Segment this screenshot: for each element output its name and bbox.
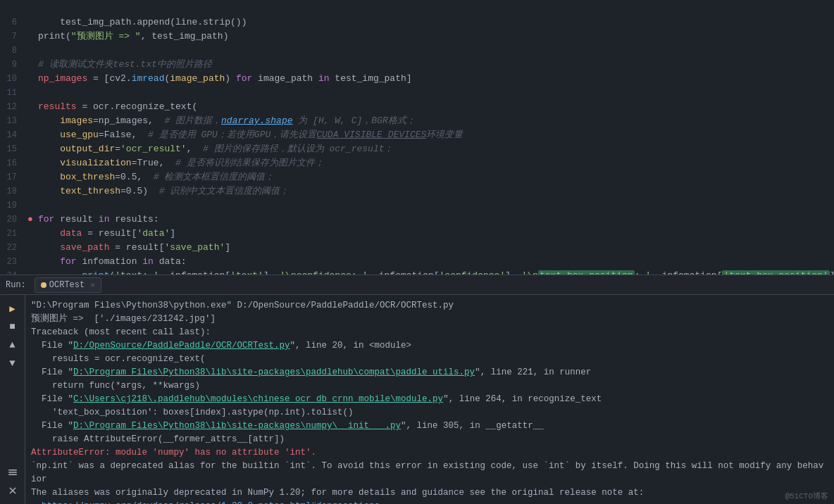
output-line-2: 预测图片 => ['./images/231242.jpg'] bbox=[31, 313, 828, 326]
output-link-3[interactable]: C:\Users\cj218\.paddlehub\modules\chines… bbox=[73, 394, 443, 404]
scroll-up-button[interactable]: ▲ bbox=[5, 337, 20, 353]
code-line: 11 bbox=[0, 86, 834, 100]
code-line: 10 np_images = [cv2.imread(image_path) f… bbox=[0, 72, 834, 86]
gutter-breakpoint: ● bbox=[25, 213, 35, 227]
code-line: 23 for infomation in data: bbox=[0, 255, 834, 269]
output-line-12: `np.int` was a deprecated alias for the … bbox=[31, 460, 828, 486]
scroll-down-button[interactable]: ▼ bbox=[5, 355, 20, 371]
settings-button[interactable] bbox=[5, 465, 20, 480]
close-panel-button[interactable] bbox=[5, 483, 20, 498]
run-sidebar-buttons: ▶ ■ ▲ ▼ bbox=[0, 295, 25, 504]
output-line-4: File "D:/OpenSource/PaddlePaddle/OCR/OCR… bbox=[31, 339, 828, 353]
svg-rect-2 bbox=[8, 474, 17, 476]
code-line: 7 print("预测图片 => ", test_img_path) bbox=[0, 30, 834, 44]
run-tab-close[interactable]: ✕ bbox=[90, 280, 95, 289]
code-line: 13 images=np_images, # 图片数据，ndarray.shap… bbox=[0, 114, 834, 128]
output-link-4[interactable]: D:\Program Files\Python38\lib\site-packa… bbox=[73, 421, 401, 431]
code-line: 8 bbox=[0, 44, 834, 58]
code-line: 14 use_gpu=False, # 是否使用 GPU；若使用GPU，请先设置… bbox=[0, 128, 834, 142]
output-link-2[interactable]: D:\Program Files\Python38\lib\site-packa… bbox=[73, 367, 475, 377]
output-line-7: return func(*args, **kwargs) bbox=[31, 379, 828, 393]
output-deprecation-link[interactable]: https://numpy.org/devdocs/release/1.20.0… bbox=[42, 501, 380, 504]
run-label: Run: bbox=[6, 280, 32, 290]
run-output-container: ▶ ■ ▲ ▼ bbox=[0, 295, 834, 504]
run-stop-button[interactable]: ■ bbox=[5, 319, 20, 334]
code-line bbox=[0, 1, 834, 15]
code-line: 20 ● for result in results: bbox=[0, 213, 834, 227]
svg-rect-0 bbox=[8, 470, 17, 471]
run-tab-ocrtest[interactable]: OCRTest ✕ bbox=[35, 277, 101, 293]
output-line-8: File "C:\Users\cj218\.paddlehub\modules\… bbox=[31, 393, 828, 406]
code-line: 19 bbox=[0, 199, 834, 213]
run-panel: Run: OCRTest ✕ ▶ ■ ▲ ▼ bbox=[0, 275, 834, 504]
editor-area: 6 test_img_path.append(line.strip()) 7 p… bbox=[0, 0, 834, 275]
code-lines: 6 test_img_path.append(line.strip()) 7 p… bbox=[0, 0, 834, 275]
output-line-error: AttributeError: module 'numpy' has no at… bbox=[31, 446, 828, 460]
code-line: 18 text_thresh=0.5) # 识别中文文本置信度的阈值； bbox=[0, 184, 834, 199]
run-tabs: Run: OCRTest ✕ bbox=[0, 275, 834, 295]
code-line: 16 visualization=True, # 是否将识别结果保存为图片文件； bbox=[0, 156, 834, 170]
output-line-13: The aliases was originally deprecated in… bbox=[31, 486, 828, 500]
output-line-10: File "D:\Program Files\Python38\lib\site… bbox=[31, 420, 828, 433]
code-line: 22 save_path = result['save_path'] bbox=[0, 241, 834, 255]
code-line: 15 output_dir='ocr_result', # 图片的保存路径，默认… bbox=[0, 142, 834, 156]
output-line-11: raise AttributeError(__former_attrs__[at… bbox=[31, 433, 828, 446]
code-line: 24 print('text: ', infomation['text'], '… bbox=[0, 269, 834, 275]
code-line: 9 # 读取测试文件夹test.txt中的照片路径 bbox=[0, 58, 834, 72]
watermark: @51CTO博客 bbox=[785, 491, 828, 501]
code-line: 21 data = result['data'] bbox=[0, 227, 834, 241]
run-play-button[interactable]: ▶ bbox=[5, 301, 20, 316]
output-line-14: https://numpy.org/devdocs/release/1.20.0… bbox=[31, 500, 828, 504]
run-tab-dot bbox=[41, 282, 46, 288]
svg-rect-1 bbox=[8, 472, 17, 473]
code-line: 12 results = ocr.recognize_text( bbox=[0, 100, 834, 114]
output-line-1: "D:\Program Files\Python38\python.exe" D… bbox=[31, 299, 828, 313]
output-line-5: results = ocr.recognize_text( bbox=[31, 353, 828, 366]
output-link-1[interactable]: D:/OpenSource/PaddlePaddle/OCR/OCRTest.p… bbox=[73, 341, 290, 351]
code-line: 17 box_thresh=0.5, # 检测文本框置信度的阈值； bbox=[0, 170, 834, 184]
run-output: "D:\Program Files\Python38\python.exe" D… bbox=[25, 295, 834, 504]
code-line: 6 test_img_path.append(line.strip()) bbox=[0, 15, 834, 30]
output-line-6: File "D:\Program Files\Python38\lib\site… bbox=[31, 366, 828, 379]
output-line-9: 'text_box_position': boxes[index].astype… bbox=[31, 406, 828, 420]
output-line-3: Traceback (most recent call last): bbox=[31, 326, 828, 339]
run-tab-name: OCRTest bbox=[49, 280, 85, 290]
